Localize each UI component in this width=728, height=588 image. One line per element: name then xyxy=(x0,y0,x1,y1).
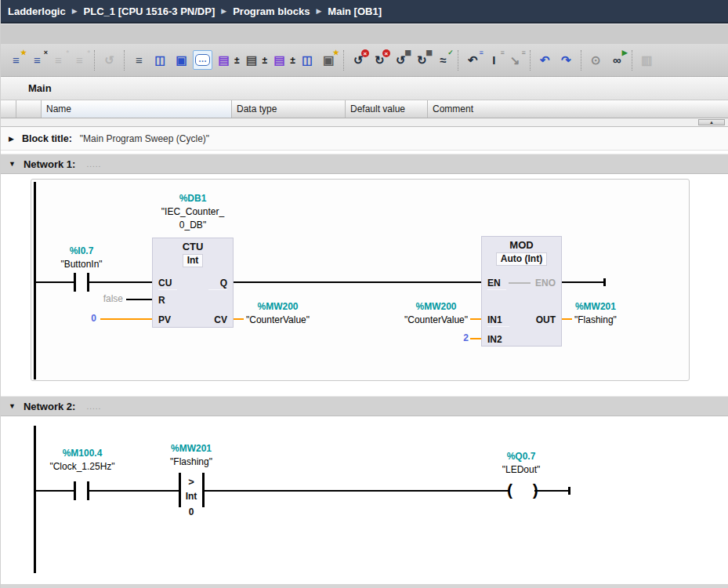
goto-operand-usage-icon[interactable]: ↶≡ xyxy=(463,50,483,70)
crossing-references-icon[interactable]: ↘≡ xyxy=(505,50,525,70)
box-data-type[interactable]: Int xyxy=(183,254,204,267)
network-sequence-icon[interactable]: ≡ xyxy=(129,50,149,70)
contact-symbol[interactable] xyxy=(87,481,89,500)
operand-name[interactable]: "ButtonIn" xyxy=(34,258,129,271)
breadcrumb-plc[interactable]: PLC_1 [CPU 1516-3 PN/DP] xyxy=(84,5,216,17)
insert-row-icon[interactable]: ≡* xyxy=(49,50,68,70)
comparator-type[interactable]: Int xyxy=(179,491,203,502)
delete-network-icon[interactable]: ≡× xyxy=(27,50,47,70)
operand-address[interactable]: %I0.7 xyxy=(34,245,129,258)
pin-q: Q xyxy=(208,277,227,290)
contact-symbol[interactable] xyxy=(74,273,76,292)
block-protection-icon[interactable]: ▥ xyxy=(637,50,657,70)
find-replace-icon[interactable]: ⊙ xyxy=(586,50,606,70)
refresh-block-calls-icon[interactable]: ↻▦ xyxy=(412,50,432,70)
cv-output-operand[interactable]: %MW200 "CounterValue" xyxy=(246,300,310,327)
column-data-type[interactable]: Data type xyxy=(232,100,346,118)
operand-name[interactable]: "Flashing" xyxy=(574,314,617,327)
in2-constant[interactable]: 2 xyxy=(445,332,469,343)
out-operand[interactable]: %MW201 "Flashing" xyxy=(574,300,617,327)
wire xyxy=(470,318,481,320)
breadcrumb-block[interactable]: Main [OB1] xyxy=(328,5,382,17)
operand-name[interactable]: 0_DB" xyxy=(146,219,240,232)
coil-operand[interactable]: %Q0.7 "LEDout" xyxy=(474,450,568,477)
toggle-network-comments-icon[interactable]: … xyxy=(193,50,212,70)
operand-name[interactable]: "IEC_Counter_ xyxy=(146,205,240,219)
mod-box[interactable]: MOD Auto (Int) EN ENO IN1 IN2 OUT xyxy=(481,236,562,347)
comparator-operator[interactable]: > xyxy=(179,476,203,488)
favorites-icon[interactable]: ▣★ xyxy=(319,50,339,70)
insert-network-icon[interactable]: ≡★ xyxy=(6,50,26,70)
insert-contact-icon[interactable]: ▤ xyxy=(242,50,262,70)
in1-operand[interactable]: %MW200 "CounterValue" xyxy=(404,300,468,327)
eno-dash xyxy=(509,282,531,284)
breadcrumb-program-blocks[interactable]: Program blocks xyxy=(233,5,310,17)
previous-error-icon[interactable]: ↺× xyxy=(349,50,368,70)
wire xyxy=(89,281,152,283)
operand-address[interactable]: %MW200 xyxy=(246,300,310,314)
operand-address[interactable]: %M100.4 xyxy=(36,447,129,460)
monitoring-glasses-icon[interactable]: ∞▶ xyxy=(607,50,627,70)
collapse-networks-icon[interactable]: ◫ xyxy=(150,50,170,70)
operand-address[interactable]: %Q0.7 xyxy=(474,450,568,463)
toolbar-separator xyxy=(632,50,632,71)
contact-operand-clock[interactable]: %M100.4 "Clock_1.25Hz" xyxy=(36,447,129,474)
expand-block-title-icon[interactable]: ▶ xyxy=(9,135,14,143)
breadcrumb-project[interactable]: Ladderlogic xyxy=(8,5,66,17)
next-error-icon[interactable]: ↻× xyxy=(370,50,389,70)
ctu-instance-db[interactable]: %DB1 "IEC_Counter_ 0_DB" xyxy=(146,192,240,232)
insert-box-icon[interactable]: ▤ xyxy=(270,50,289,70)
network2-label: Network 2: xyxy=(24,401,75,412)
delete-row-icon[interactable]: ≡* xyxy=(70,50,89,70)
collapse-network1-icon[interactable]: ▼ xyxy=(9,160,16,168)
column-default-value[interactable]: Default value xyxy=(346,100,428,118)
expand-networks-icon[interactable]: ▣ xyxy=(172,50,191,70)
insert-contact-dropdown-icon[interactable]: ± xyxy=(263,55,268,66)
network1-comment[interactable]: ..... xyxy=(86,160,101,169)
wire xyxy=(35,490,74,492)
column-comment[interactable]: Comment xyxy=(428,100,728,118)
interface-column-header: Name Data type Default value Comment xyxy=(1,100,728,118)
operand-name[interactable]: "CounterValue" xyxy=(404,314,468,327)
comparator-operand[interactable]: %MW201 "Flashing" xyxy=(144,442,238,469)
operand-name[interactable]: "Clock_1.25Hz" xyxy=(36,460,129,474)
coil-symbol[interactable]: ( ) xyxy=(507,480,546,500)
operand-name[interactable]: "LEDout" xyxy=(474,463,568,477)
consistency-check-icon[interactable]: ≈✓ xyxy=(433,50,453,70)
next-bookmark-icon[interactable]: ↷ xyxy=(556,50,576,70)
operand-address[interactable]: %DB1 xyxy=(146,192,240,205)
insert-ld-element-dropdown-icon[interactable]: ± xyxy=(234,55,240,66)
network1-header[interactable]: ▼ Network 1: ..... xyxy=(1,154,728,174)
keep-actual-values-icon[interactable]: ↺ xyxy=(100,50,119,70)
previous-bookmark-icon[interactable]: ↶ xyxy=(535,50,555,70)
contact-symbol[interactable] xyxy=(74,481,76,500)
toolbar-separator xyxy=(124,50,125,71)
pv-input-constant[interactable]: 0 xyxy=(73,313,96,324)
operand-name[interactable]: "CounterValue" xyxy=(246,314,310,327)
operand-address[interactable]: %MW201 xyxy=(574,300,617,314)
ctu-counter-box[interactable]: CTU Int CU R PV Q CV xyxy=(152,238,234,328)
collapse-interface-button[interactable]: ▲ xyxy=(698,119,725,125)
network2-comment[interactable]: ..... xyxy=(86,402,101,411)
block-title-value[interactable]: "Main Program Sweep (Cycle)" xyxy=(80,133,209,144)
insert-box-dropdown-icon[interactable]: ± xyxy=(290,55,295,66)
operand-information-icon[interactable]: I≡ xyxy=(484,50,504,70)
box-data-type[interactable]: Auto (Int) xyxy=(496,252,547,266)
lad-toolbar: ≡★≡×≡*≡*↺≡◫▣…▤±▤±▤±◫▣★↺×↻×↺▦↻▦≈✓↶≡I≡↘≡↶↷… xyxy=(1,44,728,77)
insert-ld-element-icon[interactable]: ▤ xyxy=(214,50,234,70)
insert-empty-box-icon[interactable]: ◫ xyxy=(298,50,317,70)
rung-end-icon xyxy=(603,278,606,286)
update-block-call-icon[interactable]: ↺▦ xyxy=(391,50,411,70)
network2-header[interactable]: ▼ Network 2: ..... xyxy=(1,396,728,416)
comparator-constant[interactable]: 0 xyxy=(179,506,203,517)
contact-symbol[interactable] xyxy=(87,273,89,292)
column-name[interactable]: Name xyxy=(42,100,232,118)
contact-operand-buttonin[interactable]: %I0.7 "ButtonIn" xyxy=(34,245,129,271)
operand-name[interactable]: "Flashing" xyxy=(144,456,238,469)
operand-address[interactable]: %MW200 xyxy=(404,300,468,314)
operand-address[interactable]: %MW201 xyxy=(144,442,238,456)
network1-label: Network 1: xyxy=(24,158,75,170)
interface-splitter[interactable]: ▲ xyxy=(1,118,728,127)
r-input-constant[interactable]: false xyxy=(85,293,123,304)
collapse-network2-icon[interactable]: ▼ xyxy=(9,402,16,410)
